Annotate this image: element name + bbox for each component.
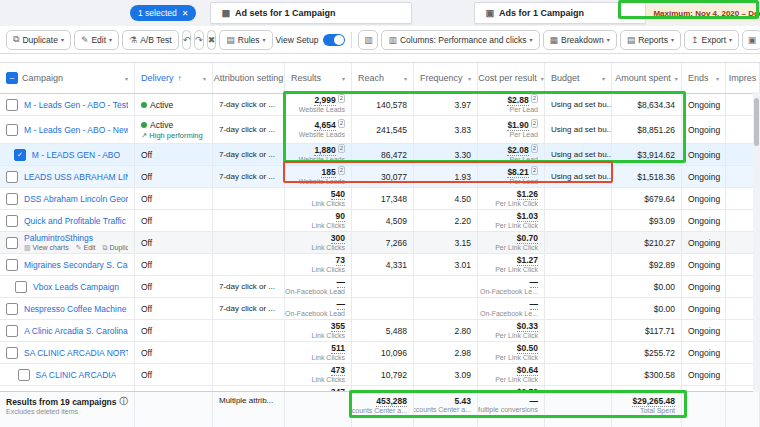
header-impressions[interactable]: Impres [726,63,760,93]
results-value[interactable]: 540 [331,189,345,200]
date-range-selector[interactable]: Maximum: Nov 4, 2020 – Dec 4, 2023 ▼ [646,5,760,22]
header-attribution[interactable]: Attribution setting [213,63,285,93]
duplicate-button[interactable]: ⧉ Duplicate ▾ [6,30,71,50]
header-reach[interactable]: Reach ▾ [352,63,414,93]
results-value[interactable]: 2,999 [314,95,335,106]
columns-button[interactable]: ▥ Columns: Performance and clicks ▾ [381,30,539,50]
row-checkbox[interactable] [6,124,18,136]
scrollbar-thumb[interactable] [754,98,759,146]
table-row[interactable]: M - Leads Gen - ABO - Testimonial - SHOR… [0,94,760,116]
campaign-name[interactable]: Migraines Secondary S. Carolina - Duplic… [24,260,128,270]
cost-value[interactable]: — [530,299,539,310]
results-value[interactable]: — [337,277,346,288]
row-checkbox[interactable] [6,193,18,205]
table-row[interactable]: M - Leads Gen - ABO - New Creatives ▥ Vi… [0,116,760,144]
header-frequency[interactable]: Frequency ▾ [414,63,478,93]
edit-action[interactable]: ✎ Edit [76,244,96,252]
ab-test-button[interactable]: ⚗ A/B Test [122,30,179,50]
cost-value[interactable]: $0.33 [517,321,538,332]
row-checkbox[interactable] [6,171,18,183]
header-cost-per-result[interactable]: Cost per result ▾ [478,63,545,93]
campaign-name[interactable]: PalumintroSthings [24,233,128,243]
view-setup-toggle[interactable] [323,34,345,46]
cost-value[interactable]: $1.03 [517,211,538,222]
table-row[interactable]: Vbox Leads Campaign ▥ View charts ✎ Edit… [0,276,760,298]
clear-selection-icon[interactable]: ✕ [182,9,189,18]
campaign-name[interactable]: SA CLINIC ARCADIA [36,370,117,380]
cost-value[interactable]: $0.64 [517,365,538,376]
info-icon[interactable]: ⓘ [120,396,128,407]
breakdown-button[interactable]: ▦ Breakdown ▾ [543,30,617,50]
row-checkbox[interactable] [6,99,18,111]
redo-button[interactable]: ↷ [194,30,204,50]
duplicate-action[interactable]: ⧉ Duplicate [103,244,128,252]
results-value[interactable]: 473 [331,365,345,376]
table-row[interactable]: A Clinic Arcadia S. Carolina ▥ View char… [0,320,760,342]
row-checkbox[interactable] [6,237,18,249]
header-delivery[interactable]: Delivery ↑ ▾ [135,63,213,93]
campaign-name[interactable]: A Clinic Arcadia S. Carolina [24,326,127,336]
row-checkbox[interactable] [14,149,26,161]
cost-value[interactable]: $1.27 [517,255,538,266]
rules-button[interactable]: ▤ Rules ▾ [219,30,272,50]
select-all-checkbox[interactable] [6,72,18,84]
campaign-name[interactable]: LEADS USS ABRAHAM LINCOLN [24,172,128,182]
header-results[interactable]: Results ▾ [285,63,352,93]
table-row[interactable]: DSS Abraham Lincoln Georgia ▥ View chart… [0,188,760,210]
cost-value[interactable]: $2.08 [507,145,528,156]
table-row[interactable]: SA CLINIC ARCADIA NORTH CAROLINA ▥ View … [0,342,760,364]
selected-count-badge[interactable]: 1 selected ✕ [130,5,196,21]
results-value[interactable]: 90 [336,211,345,222]
tab-ads[interactable]: ▣ Ads for 1 Campaign [474,2,646,24]
campaign-name[interactable]: M - Leads Gen - ABO - Testimonial - SHOR… [24,100,128,110]
campaign-name[interactable]: M - Leads Gen - ABO - New Creatives [24,125,128,135]
header-budget[interactable]: Budget ▾ [545,63,612,93]
header-campaign[interactable]: Campaign ▾ [0,63,135,93]
export-button[interactable]: ↥ Export ▾ [684,30,739,50]
results-value[interactable]: 355 [331,321,345,332]
row-checkbox[interactable] [6,215,18,227]
cost-value[interactable]: — [530,277,539,288]
edit-button[interactable]: ✎ Edit ▾ [74,30,119,50]
cost-value[interactable]: $0.70 [517,233,538,244]
campaign-name[interactable]: M - LEADS GEN - ABO [32,150,120,160]
filters-button[interactable]: ▥ [358,30,378,50]
row-checkbox[interactable] [15,281,27,293]
cost-value[interactable]: $2.88 [507,95,528,106]
delete-button[interactable]: ✖ [207,30,217,50]
table-row[interactable]: SA CLINIC ARCADIA ▥ View charts ✎ Edit ⧉… [0,364,760,386]
row-checkbox[interactable] [6,347,18,359]
undo-button[interactable]: ↶ [182,30,192,50]
table-row[interactable]: Migraines Secondary S. Carolina - Duplic… [0,254,760,276]
results-value[interactable]: 511 [331,343,345,354]
campaign-name[interactable]: SA CLINIC ARCADIA NORTH CAROLINA [24,348,128,358]
tab-adsets[interactable]: ▦ Ad sets for 1 Campaign [210,2,412,24]
vertical-scrollbar[interactable] [753,92,760,392]
row-checkbox[interactable] [6,325,18,337]
results-value[interactable]: 185 [321,167,335,178]
campaign-name[interactable]: Vbox Leads Campaign [33,282,119,292]
row-checkbox[interactable] [18,369,30,381]
campaign-name[interactable]: Nespresso Coffee Machine Week4 Assignme.… [24,304,128,314]
cost-value[interactable]: $1.90 [507,120,528,131]
table-row[interactable]: M - LEADS GEN - ABO ▥ View charts ✎ Edit… [0,144,760,166]
results-value[interactable]: 1,880 [314,145,335,156]
table-row[interactable]: PalumintroSthings ▥ View charts ✎ Edit ⧉… [0,232,760,254]
table-row[interactable]: Nespresso Coffee Machine Week4 Assignme.… [0,298,760,320]
reports-button[interactable]: ▤ Reports ▾ [620,30,681,50]
cost-value[interactable]: $1.26 [517,189,538,200]
results-value[interactable]: 73 [336,255,345,266]
table-row[interactable]: LEADS USS ABRAHAM LINCOLN ▥ View charts … [0,166,760,188]
footer-reach-total[interactable]: 453,288 [376,396,407,407]
table-row[interactable]: Quick and Profitable Traffic Campaign ▥ … [0,210,760,232]
cost-value[interactable]: $0.50 [517,343,538,354]
cost-value[interactable]: $8.21 [507,167,528,178]
row-checkbox[interactable] [6,259,18,271]
header-amount-spent[interactable]: Amount spent ▾ [612,63,682,93]
campaign-name[interactable]: DSS Abraham Lincoln Georgia [24,194,128,204]
view-charts-action[interactable]: ▥ View charts [24,244,69,252]
row-checkbox[interactable] [6,303,18,315]
footer-spent-total[interactable]: $29,265.48 [632,396,675,407]
header-ends[interactable]: Ends ▾ [682,63,726,93]
charts-panel-button[interactable]: ▣ [742,30,760,50]
